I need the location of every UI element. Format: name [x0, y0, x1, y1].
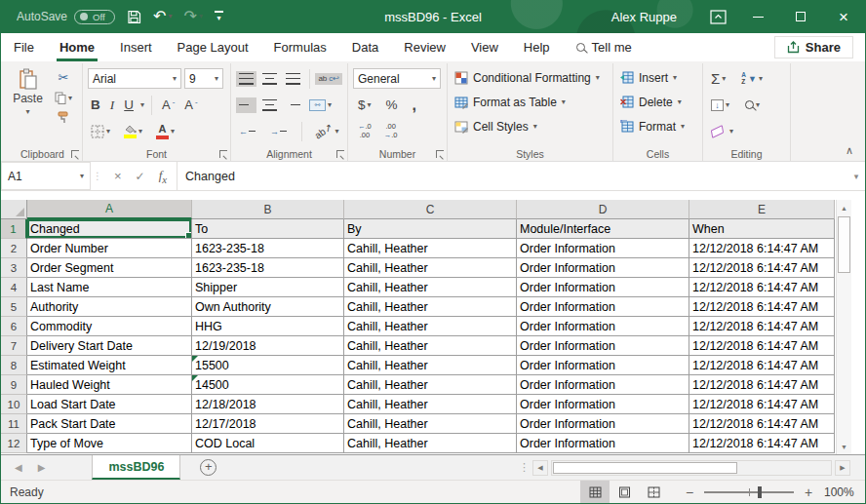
cell-C5[interactable]: Cahill, Heather [344, 297, 517, 317]
cell-E3[interactable]: 12/12/2018 6:14:47 AM [689, 258, 835, 278]
minimize-button[interactable] [736, 0, 779, 33]
borders-button[interactable]: ▾ [88, 123, 113, 140]
sheet-nav-left-icon[interactable]: ◀ [15, 462, 22, 473]
close-button[interactable]: × [822, 0, 865, 33]
cell-E5[interactable]: 12/12/2018 6:14:47 AM [689, 297, 835, 317]
cell-D10[interactable]: Order Information [517, 395, 689, 414]
tab-view[interactable]: View [458, 33, 511, 61]
collapse-ribbon-icon[interactable]: ∧ [846, 144, 853, 157]
cell-B4[interactable]: Shipper [192, 278, 344, 297]
cell-B6[interactable]: HHG [192, 317, 344, 336]
fill-color-button[interactable]: ▾ [121, 123, 145, 140]
tab-insert[interactable]: Insert [107, 33, 165, 61]
cell-C10[interactable]: Cahill, Heather [344, 395, 517, 414]
cell-A3[interactable]: Order Segment [27, 258, 192, 278]
delete-cells-button[interactable]: Delete▾ [618, 90, 687, 114]
row-header-9[interactable]: 9 [1, 375, 27, 395]
cell-B5[interactable]: Own Authority [192, 297, 344, 317]
cell-B9[interactable]: 14500 [192, 375, 344, 395]
cell-A1[interactable]: Changed [27, 219, 192, 239]
cell-D1[interactable]: Module/Interface [517, 219, 689, 239]
cell-B10[interactable]: 12/18/2018 [192, 395, 344, 414]
cell-A9[interactable]: Hauled Weight [27, 375, 192, 395]
cell-C1[interactable]: By [344, 219, 517, 239]
maximize-button[interactable] [779, 0, 822, 33]
cell-A12[interactable]: Type of Move [27, 434, 192, 453]
horizontal-scroll-thumb[interactable] [553, 462, 737, 474]
row-header-10[interactable]: 10 [1, 395, 27, 414]
percent-style-button[interactable]: % [383, 96, 401, 114]
zoom-in-button[interactable]: + [803, 485, 814, 500]
cell-E7[interactable]: 12/12/2018 6:14:47 AM [689, 336, 835, 356]
cell-B1[interactable]: To [192, 219, 344, 239]
cell-C6[interactable]: Cahill, Heather [344, 317, 517, 336]
cell-E6[interactable]: 12/12/2018 6:14:47 AM [689, 317, 835, 336]
decrease-decimal-button[interactable]: .00→.0 [381, 121, 401, 141]
scroll-left-icon[interactable]: ◀ [532, 460, 548, 476]
cut-icon[interactable]: ✂ [52, 68, 75, 87]
autosave-switch-icon[interactable]: Off [74, 10, 115, 24]
save-icon[interactable] [127, 10, 141, 24]
column-header-A[interactable]: A [27, 200, 192, 219]
redo-button[interactable]: ↷▾ [183, 9, 202, 24]
merge-center-button[interactable]: ⇿▾ [306, 97, 335, 113]
row-header-8[interactable]: 8 [1, 356, 27, 375]
cell-C4[interactable]: Cahill, Heather [344, 278, 517, 297]
cell-E11[interactable]: 12/12/2018 6:14:47 AM [689, 414, 835, 434]
column-header-D[interactable]: D [517, 200, 689, 219]
sort-filter-button[interactable]: AZ ▼▾ [738, 70, 766, 87]
cell-C12[interactable]: Cahill, Heather [344, 434, 517, 453]
cell-D12[interactable]: Order Information [517, 434, 689, 453]
comma-style-button[interactable]: , [410, 95, 419, 116]
expand-formula-bar-icon[interactable]: ▾ [847, 162, 865, 190]
tab-file[interactable]: File [1, 33, 47, 61]
row-header-5[interactable]: 5 [1, 297, 27, 317]
bold-button[interactable]: B [88, 96, 103, 114]
cell-D2[interactable]: Order Information [517, 239, 689, 258]
horizontal-scrollbar[interactable] [551, 460, 832, 476]
ribbon-display-options-icon[interactable] [710, 10, 727, 24]
new-sheet-icon[interactable]: + [200, 459, 216, 476]
cell-C2[interactable]: Cahill, Heather [344, 239, 517, 258]
page-layout-view-button[interactable] [610, 481, 639, 504]
tab-review[interactable]: Review [391, 33, 458, 61]
number-dialog-launcher-icon[interactable] [436, 150, 444, 158]
increase-indent-button[interactable]: → [267, 124, 293, 139]
sheet-nav-right-icon[interactable]: ▶ [38, 462, 46, 473]
autosum-button[interactable]: Σ▾ [708, 68, 728, 89]
cell-D9[interactable]: Order Information [517, 375, 689, 395]
cell-D11[interactable]: Order Information [517, 414, 689, 434]
row-header-2[interactable]: 2 [1, 239, 27, 258]
select-all-corner[interactable] [1, 200, 27, 219]
confirm-entry-icon[interactable]: ✓ [136, 170, 145, 183]
share-button[interactable]: Share [774, 36, 853, 58]
alignment-dialog-launcher-icon[interactable] [336, 150, 344, 158]
cell-A11[interactable]: Pack Start Date [27, 414, 192, 434]
font-color-button[interactable]: A ▾ [153, 122, 177, 141]
cell-D5[interactable]: Order Information [517, 297, 689, 317]
conditional-formatting-button[interactable]: Conditional Formatting▾ [453, 65, 602, 90]
format-painter-icon[interactable] [52, 109, 75, 126]
middle-align-button[interactable] [259, 71, 280, 87]
format-cells-button[interactable]: Format▾ [618, 114, 687, 138]
cell-A6[interactable]: Commodity [27, 317, 192, 336]
column-header-E[interactable]: E [689, 200, 835, 219]
accounting-format-button[interactable]: $▾ [355, 96, 374, 114]
zoom-slider-thumb[interactable] [758, 486, 762, 498]
undo-button[interactable]: ↶▾ [153, 9, 172, 24]
font-name-combo[interactable]: Arial▾ [88, 68, 181, 89]
cell-D3[interactable]: Order Information [517, 258, 689, 278]
cell-A2[interactable]: Order Number [27, 239, 192, 258]
page-break-view-button[interactable] [639, 481, 668, 504]
row-header-7[interactable]: 7 [1, 336, 27, 356]
paste-button[interactable]: Paste ▾ [8, 65, 48, 118]
cell-B12[interactable]: COD Local [192, 434, 344, 453]
vertical-scroll-thumb[interactable] [838, 216, 850, 273]
tab-page-layout[interactable]: Page Layout [165, 33, 261, 61]
cell-D4[interactable]: Order Information [517, 278, 689, 297]
cell-E9[interactable]: 12/12/2018 6:14:47 AM [689, 375, 835, 395]
cell-A4[interactable]: Last Name [27, 278, 192, 297]
cell-A8[interactable]: Estimated Weight [27, 356, 192, 375]
decrease-indent-button[interactable]: ← [236, 124, 261, 139]
tab-help[interactable]: Help [511, 33, 563, 61]
